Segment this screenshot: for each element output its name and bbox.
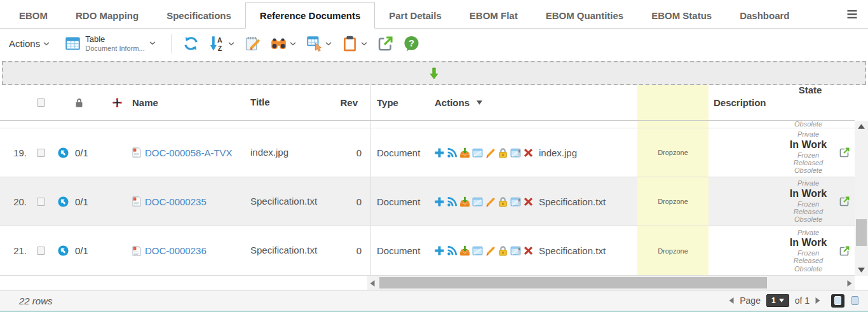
- tab-reference-documents[interactable]: Reference Documents: [245, 2, 375, 29]
- actions-menu-button[interactable]: Actions: [9, 38, 50, 49]
- document-rev: 0: [336, 177, 370, 226]
- header-rev[interactable]: Rev: [336, 85, 370, 120]
- state-label: Private: [797, 130, 819, 138]
- preview-icon[interactable]: [510, 196, 521, 207]
- navigate-related-icon[interactable]: [58, 196, 69, 207]
- column-select-button[interactable]: [306, 36, 332, 51]
- export-button[interactable]: [377, 36, 393, 51]
- row-checkbox[interactable]: [37, 149, 45, 157]
- tab-ebom-quantities[interactable]: EBOM Quantities: [532, 3, 638, 28]
- checkin-download-icon[interactable]: [459, 245, 470, 256]
- rows-count-label: 22 rows: [19, 295, 53, 306]
- scroll-right-icon[interactable]: [847, 280, 852, 287]
- refresh-button[interactable]: [183, 36, 199, 51]
- preview-icon[interactable]: [510, 245, 521, 256]
- delete-icon[interactable]: [523, 245, 534, 256]
- page-select[interactable]: 1: [766, 294, 789, 307]
- row-checkbox[interactable]: [37, 198, 45, 206]
- clipboard-button[interactable]: [342, 36, 367, 51]
- checkin-download-icon[interactable]: [459, 147, 470, 158]
- header-actions-label: Actions: [435, 97, 470, 108]
- dropzone-cell[interactable]: Dropzone: [637, 226, 709, 275]
- previous-page-icon[interactable]: [729, 297, 734, 304]
- tab-specifications[interactable]: Specifications: [153, 3, 245, 28]
- attached-file-name[interactable]: Specification.txt: [539, 245, 606, 256]
- mass-edit-button[interactable]: [245, 36, 261, 51]
- header-title[interactable]: Title: [250, 85, 336, 120]
- attached-file-name[interactable]: index.jpg: [539, 147, 577, 158]
- scroll-up-icon[interactable]: [858, 124, 865, 129]
- header-name[interactable]: Name: [130, 85, 250, 120]
- description-cell: [709, 226, 783, 275]
- lock-icon[interactable]: [498, 147, 508, 158]
- edit-icon[interactable]: [485, 196, 496, 207]
- checkin-download-icon[interactable]: [459, 196, 470, 207]
- tab-ebom-flat[interactable]: EBOM Flat: [456, 3, 532, 28]
- open-in-new-icon[interactable]: [839, 147, 850, 158]
- actions-cell: index.jpg: [432, 128, 637, 177]
- navigate-related-icon[interactable]: [58, 147, 69, 158]
- compact-view-toggle[interactable]: [848, 294, 862, 308]
- lock-icon[interactable]: [498, 245, 508, 256]
- scroll-down-icon[interactable]: [858, 268, 865, 273]
- tab-dashboard[interactable]: Dashboard: [726, 3, 803, 28]
- view-file-icon[interactable]: [472, 245, 483, 256]
- dropzone-cell[interactable]: Dropzone: [637, 128, 709, 177]
- select-all-checkbox[interactable]: [37, 98, 45, 107]
- help-button[interactable]: [403, 36, 419, 51]
- header-type[interactable]: Type: [370, 85, 432, 120]
- subscribe-icon[interactable]: [447, 245, 458, 256]
- header-state[interactable]: State: [783, 85, 834, 120]
- horizontal-scrollbar[interactable]: [367, 276, 855, 290]
- attached-file-name[interactable]: Specification.txt: [539, 196, 606, 207]
- tab-ebom[interactable]: EBOM: [5, 3, 62, 28]
- add-icon[interactable]: [434, 196, 445, 207]
- horizontal-scrollbar-thumb[interactable]: [379, 277, 767, 288]
- subscribe-icon[interactable]: [447, 147, 458, 158]
- view-file-icon[interactable]: [472, 196, 483, 207]
- next-page-icon[interactable]: [815, 297, 820, 304]
- view-selector-button[interactable]: Table Document Inform...: [65, 35, 156, 53]
- open-in-new-icon[interactable]: [839, 196, 850, 207]
- row-checkbox[interactable]: [37, 247, 45, 255]
- tab-part-details[interactable]: Part Details: [375, 3, 456, 28]
- add-icon[interactable]: [434, 245, 445, 256]
- view-toggle-group: [831, 294, 862, 308]
- lock-icon[interactable]: [498, 196, 508, 207]
- header-actions[interactable]: Actions: [432, 85, 637, 120]
- tab-rdo-mapping[interactable]: RDO Mapping: [62, 3, 153, 28]
- document-name-link[interactable]: DOC-000058-A-TVX: [145, 147, 233, 158]
- document-name-link[interactable]: DOC-0000235: [145, 196, 207, 207]
- view-file-icon[interactable]: [472, 147, 483, 158]
- find-button[interactable]: [271, 36, 296, 51]
- state-label: Frozen: [797, 249, 819, 257]
- clipboard-icon: [342, 36, 358, 51]
- navigate-related-icon[interactable]: [58, 245, 69, 256]
- partial-row-launch: [834, 121, 855, 128]
- row-number: 21.: [0, 226, 31, 275]
- open-in-new-icon[interactable]: [839, 245, 850, 257]
- dropzone-cell[interactable]: Dropzone: [637, 177, 709, 226]
- documents-table: Name Title Rev Type Actions Description …: [0, 85, 855, 276]
- delete-icon[interactable]: [523, 147, 534, 158]
- preview-icon[interactable]: [510, 147, 521, 158]
- sort-button[interactable]: [209, 36, 234, 51]
- move-handle-cell: [104, 177, 130, 226]
- tab-bar: EBOM RDO Mapping Specifications Referenc…: [0, 0, 868, 29]
- edit-icon[interactable]: [485, 245, 496, 256]
- vertical-scrollbar-thumb[interactable]: [856, 219, 867, 246]
- full-view-toggle[interactable]: [831, 294, 844, 308]
- document-name-link[interactable]: DOC-0000236: [145, 245, 207, 256]
- actions-filter-icon[interactable]: [477, 100, 482, 105]
- tab-ebom-status[interactable]: EBOM Status: [637, 3, 726, 28]
- add-icon[interactable]: [434, 147, 445, 158]
- hamburger-menu-icon[interactable]: [846, 10, 858, 28]
- vertical-scrollbar[interactable]: [855, 121, 868, 276]
- subscribe-icon[interactable]: [447, 196, 458, 207]
- header-description[interactable]: Description: [709, 85, 783, 120]
- file-dropzone-band[interactable]: [2, 61, 866, 85]
- delete-icon[interactable]: [523, 196, 534, 207]
- edit-icon[interactable]: [485, 147, 496, 158]
- table-header-row: Name Title Rev Type Actions Description …: [0, 85, 855, 121]
- scroll-left-icon[interactable]: [370, 280, 375, 287]
